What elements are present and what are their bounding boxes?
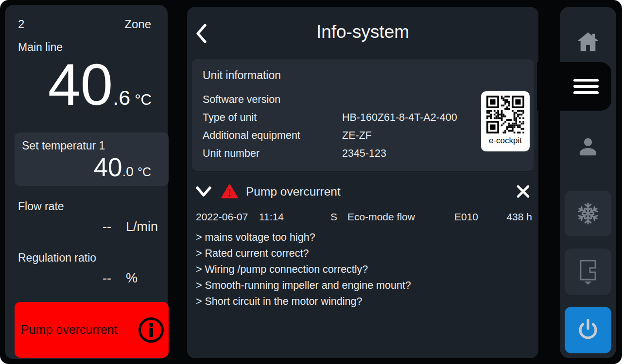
home-button[interactable]	[565, 20, 611, 63]
flow-rate-unit: L/min	[126, 219, 163, 234]
close-button[interactable]	[516, 184, 530, 199]
flow-rate-value: --	[103, 219, 111, 234]
alarm-code: E010	[454, 211, 503, 223]
qr-code	[486, 96, 524, 133]
main-temp-integer: 40	[48, 52, 113, 116]
alarm-button-label: Pump overcurrent	[15, 323, 138, 337]
qr-card: e-cockpit	[481, 91, 530, 151]
page-title: Info-system	[316, 22, 409, 42]
chevron-down-icon	[195, 185, 212, 198]
set-temperature-label: Set temperatur 1	[22, 139, 105, 152]
check-line: > Smooth-running impeller and engine mou…	[196, 278, 531, 294]
check-line: > Short circuit in the motor winding?	[196, 294, 531, 310]
alarm-check-list: > mains voltage too high? > Rated curren…	[187, 223, 538, 310]
row-value: HB-160Z61-8-4T-A2-400	[342, 112, 457, 123]
set-temp-integer: 40	[94, 154, 122, 180]
divider	[188, 323, 537, 323]
power-icon	[576, 318, 600, 342]
set-temp-unit: °C	[138, 165, 151, 179]
zone-number: 2	[18, 17, 24, 31]
warning-icon	[221, 184, 238, 199]
cooling-button[interactable]	[565, 191, 611, 236]
user-icon	[577, 135, 599, 158]
row-value: 2345-123	[342, 148, 386, 159]
alarm-title: Pump overcurrent	[246, 185, 341, 199]
home-icon	[577, 31, 599, 52]
menu-button[interactable]	[537, 62, 611, 111]
zone-label: Zone	[124, 17, 151, 31]
mold-evacuation-button[interactable]	[565, 248, 611, 295]
regulation-ratio-row: -- %	[5, 271, 163, 286]
row-value: ZE-ZF	[342, 130, 372, 141]
alarm-meta-row: 2022-06-07 11:14 S Eco-mode flow E010 43…	[187, 211, 538, 223]
row-label: Additional equipment	[203, 127, 342, 145]
power-button[interactable]	[565, 307, 611, 353]
main-temp-unit: °C	[135, 91, 152, 109]
alarm-hours: 438 h	[503, 211, 532, 223]
alarm-button[interactable]: Pump overcurrent	[15, 302, 169, 358]
zone-header: 2 Zone	[18, 17, 151, 31]
check-line: > Rated current correct?	[196, 246, 531, 262]
regulation-ratio-unit: %	[126, 271, 163, 286]
close-icon	[516, 184, 530, 199]
alarm-letter: S	[330, 211, 347, 223]
device-screen: 2 Zone Main line 40 .6 °C Set temperatur…	[0, 0, 622, 364]
snowflake-icon	[576, 201, 600, 226]
back-button[interactable]	[194, 22, 208, 45]
check-line: > mains voltage too high?	[196, 230, 531, 246]
user-button[interactable]	[565, 125, 611, 168]
set-temperature-card[interactable]: Set temperatur 1 40 .0 °C	[15, 132, 169, 186]
zone-panel: 2 Zone Main line 40 .6 °C Set temperatur…	[5, 5, 168, 359]
set-temp-fraction: .0	[122, 164, 134, 180]
main-line-temperature: 40 .6 °C	[48, 52, 152, 116]
collapse-button[interactable]	[195, 185, 212, 198]
chevron-left-icon	[194, 22, 208, 45]
info-panel: Info-system Unit information Software ve…	[187, 7, 538, 358]
alarm-date: 2022-06-07	[196, 211, 259, 223]
alarm-time: 11:14	[259, 211, 330, 223]
regulation-ratio-label: Regulation ratio	[18, 251, 96, 265]
row-label: Unit number	[203, 145, 342, 163]
row-label: Type of unit	[203, 109, 342, 127]
alarm-entry-header: Pump overcurrent	[187, 172, 538, 199]
mold-icon	[576, 258, 600, 286]
unit-information-title: Unit information	[203, 69, 534, 82]
qr-label: e-cockpit	[481, 136, 530, 146]
info-panel-header: Info-system	[187, 7, 538, 57]
unit-information-card: Unit information Software version Type o…	[192, 59, 534, 171]
alarm-mode: Eco-mode flow	[347, 211, 454, 223]
flow-rate-label: Flow rate	[18, 200, 64, 213]
sidebar	[560, 7, 616, 358]
set-temperature-value: 40 .0 °C	[94, 154, 151, 180]
row-label: Software version	[203, 91, 342, 109]
check-line: > Wiring /pump connection correctly?	[196, 262, 531, 278]
main-temp-fraction: .6	[113, 86, 130, 110]
info-icon	[138, 317, 164, 343]
regulation-ratio-value: --	[103, 271, 111, 286]
flow-rate-row: -- L/min	[5, 219, 163, 234]
menu-icon	[573, 79, 599, 94]
